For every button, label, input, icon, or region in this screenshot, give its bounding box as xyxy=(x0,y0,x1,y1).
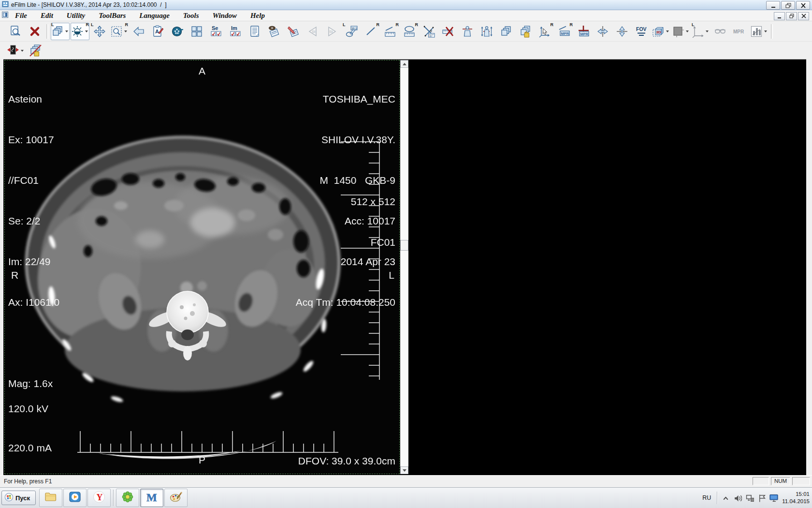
folder-icon xyxy=(44,491,57,505)
toolbar-draw-line-button[interactable]: R xyxy=(362,23,380,40)
language-indicator[interactable]: RU xyxy=(700,493,713,502)
orientation-right-label: R xyxy=(11,269,18,282)
menu-bar: FileEditUtilityToolBarsLanguageToolsWind… xyxy=(0,10,812,21)
orientation-anterior-label: A xyxy=(5,64,399,78)
toolbar-volume-3d-button[interactable]: 3D xyxy=(652,23,670,40)
toolbar-mpr-view-button: MPR xyxy=(730,23,749,40)
taskbar-media-player-button[interactable] xyxy=(63,489,87,507)
toolbar-window-level-button[interactable]: R xyxy=(71,23,89,40)
grid-icon xyxy=(190,25,203,38)
main-toolbar: LRLRASeImStSt35.2LRRRθ57°RMPRRMPRFOV3DLM… xyxy=(0,21,812,42)
overlay-matrix-info: 512 x 512 FC01 xyxy=(351,168,395,276)
toolbar-view-report-button[interactable] xyxy=(265,23,283,40)
toolbar-link-stacks-button[interactable] xyxy=(497,23,515,40)
menu-toolbars[interactable]: ToolBars xyxy=(92,12,132,20)
toolbar-measure-distance-button[interactable]: R xyxy=(381,23,399,40)
svg-text:Y: Y xyxy=(97,493,103,502)
toolbar-edit-report-button[interactable] xyxy=(284,23,303,40)
dropdown-arrow-icon[interactable] xyxy=(19,42,25,59)
mdi-close-button[interactable] xyxy=(798,12,809,20)
menu-help[interactable]: Help xyxy=(244,12,272,20)
taskbar-file-manager-button[interactable] xyxy=(39,489,62,507)
image-viewport[interactable]: Asteion Ex: 10017 //FC01 Se: 2/2 Im: 22/… xyxy=(4,60,400,474)
tri-right-icon: St xyxy=(326,25,338,38)
menu-file[interactable]: File xyxy=(8,12,34,20)
close-button[interactable] xyxy=(796,1,810,10)
overlay-line: 512 x 512 xyxy=(351,195,395,209)
toolbar-delete-measurements-button[interactable] xyxy=(439,23,457,40)
toolbar-dicom-export-button[interactable] xyxy=(6,42,25,59)
toolbar-measure-angle-button[interactable]: θ57° xyxy=(420,23,438,40)
mdi-minimize-button[interactable] xyxy=(774,12,785,20)
menu-language[interactable]: Language xyxy=(132,12,176,20)
menu-window[interactable]: Window xyxy=(206,12,244,20)
toolbar-flip-horizontal-button[interactable] xyxy=(594,23,612,40)
hidden-icons-icon[interactable] xyxy=(721,493,730,502)
menu-tools[interactable]: Tools xyxy=(176,12,206,20)
person-line-icon xyxy=(461,25,474,38)
toolbar-layout-button[interactable] xyxy=(188,23,206,40)
toolbar-annotation-button[interactable]: A xyxy=(149,23,167,40)
palette-icon xyxy=(170,491,182,505)
network-icon[interactable] xyxy=(745,493,754,502)
toolbar-window-shade-button[interactable] xyxy=(671,23,690,40)
svg-text:FOV: FOV xyxy=(636,26,647,32)
toolbar-stereo-glasses-button xyxy=(711,23,729,40)
image-scrollbar[interactable] xyxy=(400,60,408,474)
menu-utility[interactable]: Utility xyxy=(60,12,92,20)
toolbar-mpr-orthogonal-button[interactable]: MPR xyxy=(574,23,593,40)
line-icon xyxy=(364,25,377,38)
toolbar-close-images-button[interactable] xyxy=(26,23,44,40)
mouse-button-badge: L xyxy=(91,22,94,27)
toolbar-open-images-button[interactable] xyxy=(6,23,25,40)
toolbar-suspend-drag-stack-button[interactable] xyxy=(26,42,44,59)
toolbar-previous-display-button[interactable] xyxy=(130,23,148,40)
scroll-thumb[interactable] xyxy=(400,240,408,251)
toolbar-scout-lines-button[interactable] xyxy=(478,23,496,40)
toolbar-pan-mode-button[interactable]: L xyxy=(90,23,109,40)
toolbar-image-synchronize-button[interactable]: Im xyxy=(226,23,245,40)
dropdown-arrow-icon[interactable] xyxy=(665,23,670,40)
dropdown-arrow-icon[interactable] xyxy=(763,23,768,40)
toolbar-mpr-oblique-button[interactable]: MPRR xyxy=(555,23,573,40)
mpr-cross-icon: MPR xyxy=(577,25,590,38)
start-button[interactable]: Пуск xyxy=(1,491,36,505)
toolbar-flip-vertical-button[interactable] xyxy=(613,23,631,40)
toolbar-series-synchronize-button[interactable]: Se xyxy=(207,23,225,40)
toolbar-probe-button[interactable]: 35.2L xyxy=(342,23,361,40)
doc-lines-icon xyxy=(248,25,261,38)
toolbar-cine-button[interactable] xyxy=(168,23,187,40)
dropdown-arrow-icon[interactable] xyxy=(684,23,690,40)
toolbar-report-button[interactable] xyxy=(246,23,264,40)
dropdown-arrow-icon[interactable] xyxy=(704,23,710,40)
scroll-up-button[interactable] xyxy=(400,60,408,68)
dropdown-arrow-icon[interactable] xyxy=(64,23,69,40)
clock[interactable]: 15:01 11.04.2015 xyxy=(782,491,810,505)
display-icon[interactable] xyxy=(769,493,778,502)
volume-icon[interactable] xyxy=(733,493,742,502)
toolbar-zoom-mode-button[interactable]: R xyxy=(110,23,129,40)
scroll-down-button[interactable] xyxy=(400,466,408,474)
empty-viewport[interactable] xyxy=(409,60,806,474)
taskbar-yandex-browser-button[interactable]: Y xyxy=(87,489,111,507)
icq-icon xyxy=(121,491,134,505)
status-help-text: For Help, press F1 xyxy=(4,478,52,485)
toolbar-match-fov-button[interactable]: FOV xyxy=(632,23,651,40)
toolbar-cursor-3d-button[interactable]: R xyxy=(536,23,554,40)
restore-button[interactable] xyxy=(781,1,795,10)
taskbar-paint-button[interactable] xyxy=(164,489,188,507)
menu-edit[interactable]: Edit xyxy=(34,12,60,20)
mouse-button-badge: R xyxy=(570,22,573,27)
toolbar-separator xyxy=(46,24,48,39)
action-center-icon[interactable] xyxy=(757,493,766,502)
mouse-button-badge: R xyxy=(415,22,419,27)
toolbar-reference-lines-button[interactable] xyxy=(458,23,477,40)
im-checks-icon: Im xyxy=(229,25,242,38)
toolbar-drag-stack-button[interactable] xyxy=(516,23,535,40)
mdi-restore-button[interactable] xyxy=(786,12,797,20)
minimize-button[interactable] xyxy=(766,1,780,10)
taskbar-m-application-button[interactable]: М xyxy=(140,489,163,507)
toolbar-stack-mode-button[interactable]: L xyxy=(51,23,70,40)
taskbar-icq-button[interactable] xyxy=(116,489,139,507)
toolbar-measure-ellipse-button[interactable]: R xyxy=(400,23,419,40)
